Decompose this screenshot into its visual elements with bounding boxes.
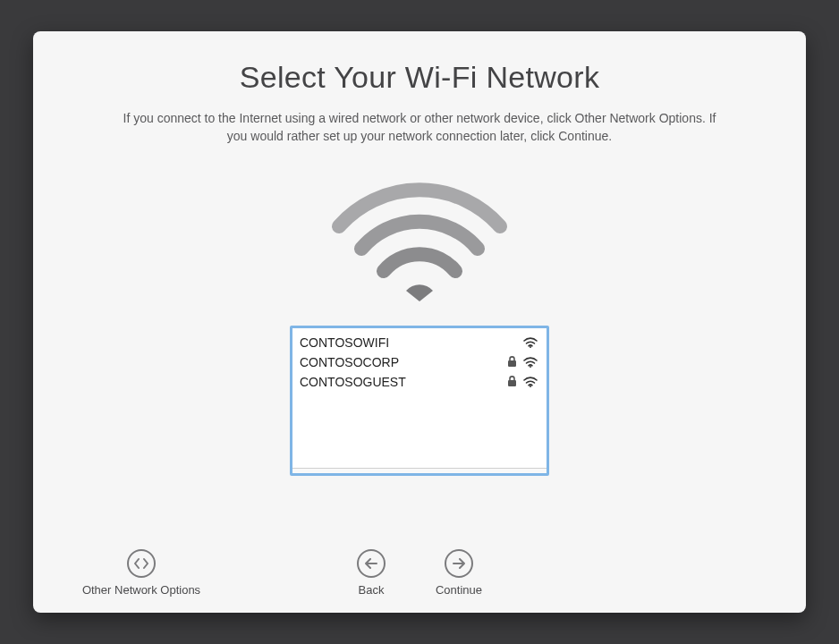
signal-icon xyxy=(521,357,539,368)
continue-label: Continue xyxy=(436,583,482,597)
lock-icon xyxy=(504,376,520,387)
other-options-label: Other Network Options xyxy=(82,583,200,597)
network-row[interactable]: CONTOSOCORP xyxy=(300,353,539,371)
svg-point-4 xyxy=(530,386,531,387)
other-network-options-button[interactable]: Other Network Options xyxy=(82,549,200,597)
signal-icon xyxy=(521,337,539,348)
network-name: CONTOSOGUEST xyxy=(300,375,504,389)
continue-arrow-icon xyxy=(445,549,473,578)
back-arrow-icon xyxy=(357,549,386,578)
signal-icon xyxy=(521,377,539,387)
page-title: Select Your Wi-Fi Network xyxy=(240,60,599,95)
network-row[interactable]: CONTOSOWIFI xyxy=(300,334,539,352)
scroll-track xyxy=(292,468,547,473)
wifi-icon xyxy=(330,182,509,306)
svg-rect-3 xyxy=(508,380,516,386)
network-name: CONTOSOWIFI xyxy=(300,335,504,350)
back-button[interactable]: Back xyxy=(357,549,386,597)
back-label: Back xyxy=(359,583,385,597)
other-options-icon xyxy=(127,549,156,578)
network-name: CONTOSOCORP xyxy=(300,355,504,369)
svg-rect-1 xyxy=(508,360,516,367)
continue-button[interactable]: Continue xyxy=(436,549,482,597)
lock-icon xyxy=(504,356,520,368)
page-subtitle: If you connect to the Internet using a w… xyxy=(115,109,724,146)
svg-point-0 xyxy=(530,346,531,348)
svg-point-2 xyxy=(530,366,531,368)
footer-bar: Other Network Options Back Continue xyxy=(33,549,806,597)
network-row[interactable]: CONTOSOGUEST xyxy=(300,373,539,391)
setup-panel: Select Your Wi-Fi Network If you connect… xyxy=(33,31,806,613)
network-list[interactable]: CONTOSOWIFI CONTOSOCORP xyxy=(290,326,549,476)
